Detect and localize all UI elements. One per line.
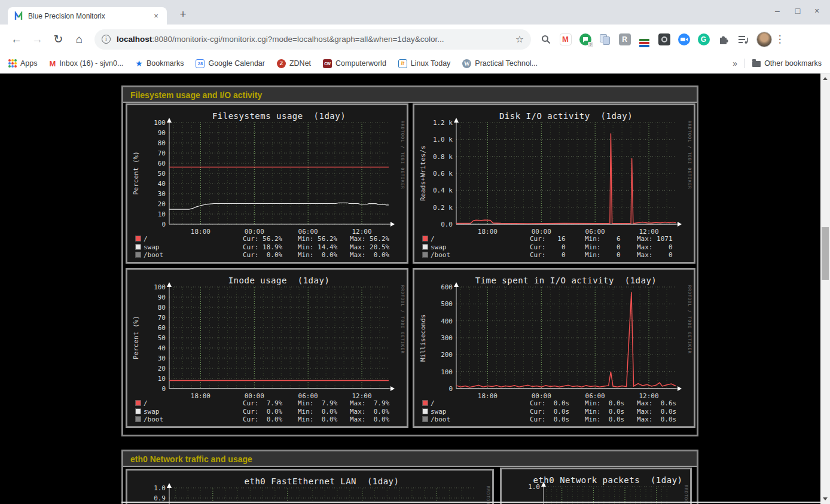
legend-name: swap <box>144 408 160 416</box>
y-tick-label: 1.0 <box>141 484 166 492</box>
gmail-extension-icon[interactable]: M <box>556 31 575 48</box>
chart-eth0-fastethernet-lan[interactable]: eth0 FastEthernet LAN (1day)1.00.9RRDTOO… <box>126 469 494 504</box>
legend-name: / <box>144 399 148 407</box>
legend-name: / <box>431 399 435 407</box>
window-close-button[interactable]: × <box>811 6 823 16</box>
legend-max: Max: 0.0% <box>350 416 389 423</box>
y-tick-label: 20 <box>141 365 166 372</box>
legend-min: Min: 0.0% <box>298 251 337 259</box>
y-tick-label: 0 <box>428 385 453 393</box>
legend-swatch <box>136 252 141 257</box>
chart-time-in-io-activity[interactable]: Time spent in I/O activity (1day)Millise… <box>413 268 695 428</box>
url-text[interactable]: localhost:8080/monitorix-cgi/monitorix.c… <box>117 35 509 44</box>
reload-button[interactable]: ↻ <box>48 32 69 46</box>
legend-max: Max: 1071 <box>637 235 673 243</box>
zoom-camera-extension-icon[interactable] <box>674 31 694 48</box>
legend-name: swap <box>431 243 447 251</box>
y-tick-label: 70 <box>141 314 166 322</box>
search-extension-icon[interactable] <box>536 31 556 48</box>
zdnet-icon: Z <box>277 59 286 68</box>
address-bar[interactable]: i localhost:8080/monitorix-cgi/monitorix… <box>94 29 531 50</box>
legend-min: Min: 0.0s <box>585 416 624 423</box>
chart-filesystems-usage[interactable]: Filesystems usage (1day)Percent (%)10090… <box>126 103 408 264</box>
bookmark-linux-today[interactable]: lt Linux Today <box>398 59 451 68</box>
legend-min: Min: 0 <box>585 243 621 251</box>
extensions-puzzle-icon[interactable] <box>713 31 733 48</box>
grammarly-extension-icon[interactable]: G <box>694 31 713 48</box>
divider <box>744 59 745 68</box>
extension-badge: ? <box>588 42 593 47</box>
window-maximize-button[interactable]: □ <box>792 6 804 16</box>
chart-eth0-network-packets[interactable]: eth0 Network packets (1day)Packets/s1.0R… <box>500 468 692 504</box>
scrollbar-down-arrow[interactable] <box>823 497 828 500</box>
browser-toolbar: ← → ↻ ⌂ i localhost:8080/monitorix-cgi/m… <box>0 25 830 54</box>
legend-swatch <box>136 245 141 249</box>
bookmark-apps[interactable]: Apps <box>8 59 38 68</box>
back-button[interactable]: ← <box>6 33 27 46</box>
legend-name: / <box>431 235 435 243</box>
copy-pages-extension-icon[interactable] <box>595 31 615 48</box>
bookmarks-overflow-chevron[interactable]: » <box>733 59 737 68</box>
chart-disk-io-activity[interactable]: Disk I/O activity (1day)Reads+Writes/s1.… <box>413 103 695 264</box>
chart-inode-usage[interactable]: Inode usage (1day)Percent (%)10090807060… <box>126 268 408 428</box>
dark-app-extension-icon[interactable] <box>654 31 674 48</box>
legend-max: Max: 0 <box>637 243 673 251</box>
section-title: Filesystem usage and I/O activity <box>130 90 262 100</box>
bookmark-inbox[interactable]: M Inbox (16) - sjvn0... <box>50 59 124 68</box>
y-tick-label: 600 <box>428 283 453 291</box>
y-tick-label: 0.8 k <box>428 153 453 161</box>
legend-min: Min: 0.0s <box>585 399 624 407</box>
section-header: eth0 Network traffic and usage <box>123 451 697 467</box>
y-tick-label: 1.2 k <box>428 119 453 127</box>
y-tick-label: 90 <box>141 129 166 137</box>
y-tick-label: 40 <box>141 344 166 352</box>
scrollbar-thumb[interactable] <box>822 227 829 280</box>
legend-cur: Cur: 0.0s <box>530 408 569 416</box>
scrollbar-up-arrow[interactable] <box>823 77 828 80</box>
y-tick-label: 0.2 k <box>428 204 453 212</box>
books-extension-icon[interactable] <box>634 31 654 48</box>
legend-min: Min: 0 <box>585 251 621 259</box>
y-tick-label: 1.0 <box>515 483 540 491</box>
bookmark-star-icon[interactable]: ☆ <box>515 33 524 45</box>
rrdtool-watermark: RRDTOOL / TOBI OETIKER <box>400 285 405 412</box>
site-info-icon[interactable]: i <box>102 35 111 44</box>
legend-min: Min: 6 <box>585 235 621 243</box>
queue-list-extension-icon[interactable] <box>733 31 753 48</box>
cw-icon: CW <box>323 59 332 68</box>
y-tick-label: 70 <box>141 149 166 157</box>
bookmark-practical-technology[interactable]: W Practical Technol... <box>462 59 538 68</box>
legend-min: Min: 0.0% <box>298 416 337 423</box>
new-tab-button[interactable]: + <box>176 8 190 21</box>
y-tick-label: 300 <box>428 334 453 342</box>
bookmark-computerworld[interactable]: CW Computerworld <box>323 59 386 68</box>
vertical-scrollbar[interactable] <box>820 74 830 504</box>
x-tick-label: 18:00 <box>185 392 215 400</box>
legend-cur: Cur: 0.0% <box>243 251 282 259</box>
bookmark-google-calendar[interactable]: 28 Google Calendar <box>196 59 265 68</box>
browser-menu-icon[interactable]: ⋮ <box>772 33 788 45</box>
y-tick-label: 80 <box>141 304 166 311</box>
tab-close-button[interactable]: × <box>151 11 161 20</box>
other-bookmarks[interactable]: Other bookmarks <box>752 59 822 68</box>
browser-tab[interactable]: Blue Precision Monitorix × <box>8 7 167 25</box>
profile-avatar[interactable] <box>756 32 772 47</box>
legend-name: /boot <box>144 416 163 423</box>
r-extension-icon[interactable]: R <box>615 31 634 48</box>
legend-name: /boot <box>431 251 450 259</box>
folder-icon <box>752 61 761 67</box>
legend-swatch <box>136 236 141 241</box>
forward-button[interactable]: → <box>27 33 48 46</box>
home-button[interactable]: ⌂ <box>69 33 90 46</box>
y-tick-label: 10 <box>141 210 166 218</box>
bookmarks-bar: Apps M Inbox (16) - sjvn0... ★ Bookmarks… <box>0 54 830 74</box>
y-tick-label: 60 <box>141 324 166 332</box>
bookmark-zdnet[interactable]: Z ZDNet <box>277 59 311 68</box>
window-minimize-button[interactable]: – <box>771 6 783 16</box>
bookmark-bookmarks[interactable]: ★ Bookmarks <box>135 59 184 68</box>
x-tick-label: 18:00 <box>472 228 502 236</box>
calendar-icon: 28 <box>196 59 205 68</box>
y-tick-label: 50 <box>141 170 166 178</box>
legend-max: Max: 7.9% <box>350 399 389 407</box>
voice-extension-icon[interactable]: ? <box>575 31 595 48</box>
